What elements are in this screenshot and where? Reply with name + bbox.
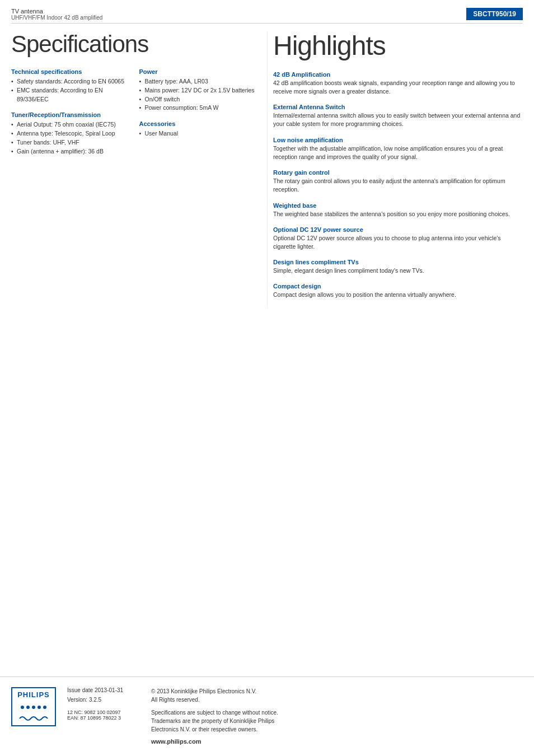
highlight-dc-power: Optional DC 12V power source Optional DC… — [273, 226, 523, 251]
nc-number: 12 NC: 9082 100 02097 EAN: 87 10895 7802… — [67, 710, 140, 721]
highlight-antenna-switch: External Antenna Switch Internal/externa… — [273, 104, 523, 128]
highlight-rotary-gain: Rotary gain control The rotary gain cont… — [273, 169, 523, 194]
highlight-compact-title: Compact design — [273, 283, 523, 290]
highlight-weighted-base-title: Weighted base — [273, 202, 523, 209]
highlight-antenna-switch-desc: Internal/external antenna switch allows … — [273, 111, 523, 128]
svg-point-2 — [32, 706, 35, 709]
logo-stars — [17, 701, 50, 714]
technical-title: Technical specifications — [11, 68, 128, 75]
model-badge: SBCTT950/19 — [466, 8, 523, 20]
copyright-line2: All Rights reserved. — [151, 696, 523, 704]
highlight-low-noise-desc: Together with the adjustable amplificati… — [273, 144, 523, 161]
list-item: On/Off switch — [139, 95, 256, 104]
list-item: EMC standards: According to EN 89/336/EE… — [11, 86, 128, 104]
highlight-design-lines-desc: Simple, elegant design lines compliment … — [273, 267, 523, 275]
product-info: TV antenna UHF/VHF/FM Indoor 42 dB ampli… — [11, 8, 102, 21]
accessories-list: User Manual — [139, 129, 256, 138]
issue-label: Issue date — [67, 687, 93, 693]
main-content: Specifications Technical specifications … — [0, 31, 534, 307]
page-header: TV antenna UHF/VHF/FM Indoor 42 dB ampli… — [0, 0, 534, 23]
svg-point-3 — [38, 706, 41, 709]
website[interactable]: www.philips.com — [151, 737, 523, 746]
footer: PHILIPS Issue date 2013-01-31 Version: 3… — [0, 676, 534, 757]
specs-col-right: Power Battery type: AAA, LR03 Mains powe… — [139, 68, 256, 156]
footer-info: Issue date 2013-01-31 Version: 3.2.5 12 … — [67, 687, 140, 721]
specs-col-left: Technical specifications Safety standard… — [11, 68, 128, 156]
legal-line1: Specifications are subject to change wit… — [151, 708, 523, 717]
model-area: SBCTT950/19 — [466, 8, 523, 20]
highlight-compact-desc: Compact design allows you to position th… — [273, 291, 523, 299]
highlight-design-lines-title: Design lines compliment TVs — [273, 259, 523, 265]
legal-text: Specifications are subject to change wit… — [151, 708, 523, 734]
highlight-rotary-gain-title: Rotary gain control — [273, 169, 523, 176]
list-item: Power consumption: 5mA W — [139, 104, 256, 113]
highlight-rotary-gain-desc: The rotary gain control allows you to ea… — [273, 177, 523, 194]
header-divider — [11, 23, 523, 24]
nc-value: 12 NC: 9082 100 02097 — [67, 710, 140, 715]
list-item: Mains power: 12V DC or 2x 1.5V batteries — [139, 86, 256, 95]
product-line: TV antenna — [11, 8, 102, 15]
highlight-design-lines: Design lines compliment TVs Simple, eleg… — [273, 259, 523, 275]
version: Version: 3.2.5 — [67, 697, 140, 703]
svg-point-0 — [21, 706, 24, 709]
highlight-amplification-title: 42 dB Amplification — [273, 71, 523, 78]
legal-line3: Electronics N.V. or their respective own… — [151, 725, 523, 734]
highlights-title: Highlights — [273, 31, 523, 61]
version-value: 3.2.5 — [89, 697, 101, 703]
list-item: Tuner bands: UHF, VHF — [11, 138, 128, 147]
list-item: Battery type: AAA, LR03 — [139, 77, 256, 86]
issue-date: Issue date 2013-01-31 — [67, 687, 140, 693]
technical-list: Safety standards: According to EN 60065 … — [11, 77, 128, 104]
power-list: Battery type: AAA, LR03 Mains power: 12V… — [139, 77, 256, 113]
highlight-weighted-base: Weighted base The weighted base stabiliz… — [273, 202, 523, 218]
highlight-amplification: 42 dB Amplification 42 dB amplification … — [273, 71, 523, 96]
copyright: © 2013 Koninklijke Philips Electronics N… — [151, 687, 523, 704]
specs-columns: Technical specifications Safety standard… — [11, 68, 256, 156]
highlight-amplification-desc: 42 dB amplification boosts weak signals,… — [273, 79, 523, 96]
legal-line2: Trademarks are the property of Koninklij… — [151, 717, 523, 725]
svg-point-4 — [43, 706, 46, 709]
tuner-title: Tuner/Reception/Transmission — [11, 111, 128, 118]
philips-wave-icon — [17, 714, 50, 723]
issue-date-value: 2013-01-31 — [95, 687, 123, 693]
footer-legal: © 2013 Koninklijke Philips Electronics N… — [151, 687, 523, 746]
highlights-column: Highlights 42 dB Amplification 42 dB amp… — [267, 31, 523, 307]
list-item: Safety standards: According to EN 60065 — [11, 77, 128, 86]
highlight-compact: Compact design Compact design allows you… — [273, 283, 523, 299]
svg-point-1 — [26, 706, 30, 709]
highlight-low-noise: Low noise amplification Together with th… — [273, 137, 523, 161]
list-item: User Manual — [139, 129, 256, 138]
specs-title: Specifications — [11, 31, 256, 57]
highlight-weighted-base-desc: The weighted base stabilizes the antenna… — [273, 210, 523, 218]
list-item: Antenna type: Telescopic, Spiral Loop — [11, 129, 128, 138]
ean-value: EAN: 87 10895 78022 3 — [67, 715, 140, 721]
brand-name: PHILIPS — [17, 690, 50, 699]
tuner-list: Aerial Output: 75 ohm coaxial (IEC75) An… — [11, 120, 128, 156]
highlight-low-noise-title: Low noise amplification — [273, 137, 523, 143]
highlight-dc-power-title: Optional DC 12V power source — [273, 226, 523, 233]
highlight-antenna-switch-title: External Antenna Switch — [273, 104, 523, 110]
accessories-title: Accessories — [139, 120, 256, 127]
specifications-column: Specifications Technical specifications … — [11, 31, 267, 307]
version-label: Version: — [67, 697, 87, 703]
philips-logo: PHILIPS — [11, 687, 56, 726]
highlight-dc-power-desc: Optional DC 12V power source allows you … — [273, 234, 523, 251]
copyright-line1: © 2013 Koninklijke Philips Electronics N… — [151, 687, 523, 696]
product-desc: UHF/VHF/FM Indoor 42 dB amplified — [11, 15, 102, 21]
list-item: Gain (antenna + amplifier): 36 dB — [11, 147, 128, 156]
power-title: Power — [139, 68, 256, 75]
philips-shield-icon — [17, 701, 50, 714]
list-item: Aerial Output: 75 ohm coaxial (IEC75) — [11, 120, 128, 129]
